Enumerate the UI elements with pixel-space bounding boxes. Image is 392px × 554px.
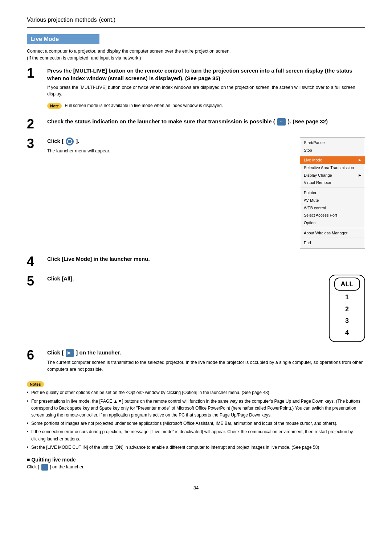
notes-label: Notes: [27, 381, 44, 387]
step-6-content: Click [ ] on the launcher. The current c…: [47, 349, 365, 375]
step-1-title: Press the [MULTI-LIVE] button on the rem…: [47, 67, 365, 82]
quitting-section: Quitting live mode Click [ ] on the laun…: [27, 457, 365, 471]
all-label: ALL: [334, 278, 360, 291]
step-4: 4 Click [Live Mode] in the launcher menu…: [27, 255, 365, 268]
note-text: Full screen mode is not available in liv…: [65, 103, 223, 109]
step-3-content: Click [ ]. The launcher menu will appear…: [47, 137, 293, 157]
note-item-1: Picture quality or other options can be …: [27, 389, 365, 396]
step-3-body: The launcher menu will appear.: [47, 148, 293, 155]
step-1-number: 1: [27, 67, 44, 111]
launcher-icon: [66, 138, 74, 145]
step-6: 6 Click [ ] on the launcher. The current…: [27, 349, 365, 375]
menu-item-end[interactable]: End: [300, 239, 365, 247]
step-5: 5 Click [All]. ALL 1 2 3 4: [27, 275, 365, 342]
launcher-menu: Start/Pause Stop Live Mode Selective Are…: [300, 137, 365, 249]
step-5-content: Click [All].: [47, 275, 307, 284]
all-selection-box: ALL 1 2 3 4: [329, 275, 365, 342]
notes-section: Notes Picture quality or other options c…: [27, 381, 365, 451]
note-item-2: For presentations in live mode, the [PAG…: [27, 398, 365, 419]
step-2-number: 2: [27, 118, 44, 131]
menu-item-accessport[interactable]: Select Access Port: [300, 212, 365, 219]
step-2: 2 Check the status indication on the lau…: [27, 118, 365, 131]
menu-separator-1: [300, 155, 365, 155]
transmission-icon: ↔: [277, 118, 286, 125]
step-1-body: If you press the [MULTI-LIVE] button onc…: [47, 84, 365, 98]
all-option-1: 1: [330, 291, 364, 303]
step-6-title: Click [ ] on the launcher.: [47, 349, 365, 357]
step-3-number: 3: [27, 137, 44, 150]
step-5-title: Click [All].: [47, 275, 307, 282]
menu-item-displaychange[interactable]: Display Change: [300, 172, 365, 179]
all-box-image: ALL 1 2 3 4: [329, 275, 365, 342]
note-item-4: If the connection error occurs during pr…: [27, 428, 365, 442]
all-option-3: 3: [330, 315, 364, 327]
menu-item-webcontrol[interactable]: WEB control: [300, 204, 365, 212]
step-3-title: Click [ ].: [47, 137, 293, 145]
menu-item-aboutwm[interactable]: About Wireless Manager: [300, 229, 365, 237]
menu-separator-2: [300, 188, 365, 188]
notes-list: Picture quality or other options can be …: [27, 389, 365, 451]
step-1-content: Press the [MULTI-LIVE] button on the rem…: [47, 67, 365, 111]
page-title: Various projection methods (cont.): [27, 15, 365, 28]
step-4-number: 4: [27, 255, 44, 268]
intro-text: Connect a computer to a projector, and d…: [27, 48, 365, 62]
menu-item-stop[interactable]: Stop: [300, 147, 365, 154]
step-4-content: Click [Live Mode] in the launcher menu.: [47, 255, 365, 268]
menu-item-option[interactable]: Option: [300, 219, 365, 227]
step-1-note: Note Full screen mode is not available i…: [47, 103, 223, 109]
menu-separator-4: [300, 238, 365, 238]
stop-icon: [41, 464, 48, 471]
launcher-menu-image: Start/Pause Stop Live Mode Selective Are…: [300, 137, 365, 249]
step-2-title: Check the status indication on the launc…: [47, 118, 365, 126]
note-item-5: Set the [LIVE MODE CUT IN] of the unit t…: [27, 444, 365, 451]
menu-item-pointer[interactable]: Pointer: [300, 189, 365, 197]
note-item-3: Some portions of images are not projecte…: [27, 420, 365, 427]
menu-separator-3: [300, 228, 365, 228]
menu-item-livemode[interactable]: Live Mode: [300, 156, 365, 164]
step-3: 3 Click [ ]. The launcher menu will appe…: [27, 137, 365, 249]
all-option-2: 2: [330, 303, 364, 315]
all-option-4: 4: [330, 327, 364, 338]
step-1: 1 Press the [MULTI-LIVE] button on the r…: [27, 67, 365, 111]
step-6-number: 6: [27, 349, 44, 375]
menu-item-selective[interactable]: Selective Area Transmission: [300, 164, 365, 172]
menu-item-startpause[interactable]: Start/Pause: [300, 139, 365, 147]
menu-item-avmute[interactable]: AV Mute: [300, 197, 365, 204]
section-header: Live Mode: [27, 34, 365, 48]
note-label: Note: [47, 103, 62, 109]
step-6-body: The current computer screen is transmitt…: [47, 359, 365, 373]
quitting-body: Click [ ] on the launcher.: [27, 464, 365, 471]
menu-item-virtualremode[interactable]: Virtual Remocn: [300, 179, 365, 186]
page-number: 34: [27, 485, 365, 491]
step-5-number: 5: [27, 275, 44, 288]
quitting-title: Quitting live mode: [27, 457, 365, 463]
step-2-content: Check the status indication on the launc…: [47, 118, 365, 131]
play-icon: [66, 349, 74, 357]
step-4-title: Click [Live Mode] in the launcher menu.: [47, 255, 365, 263]
